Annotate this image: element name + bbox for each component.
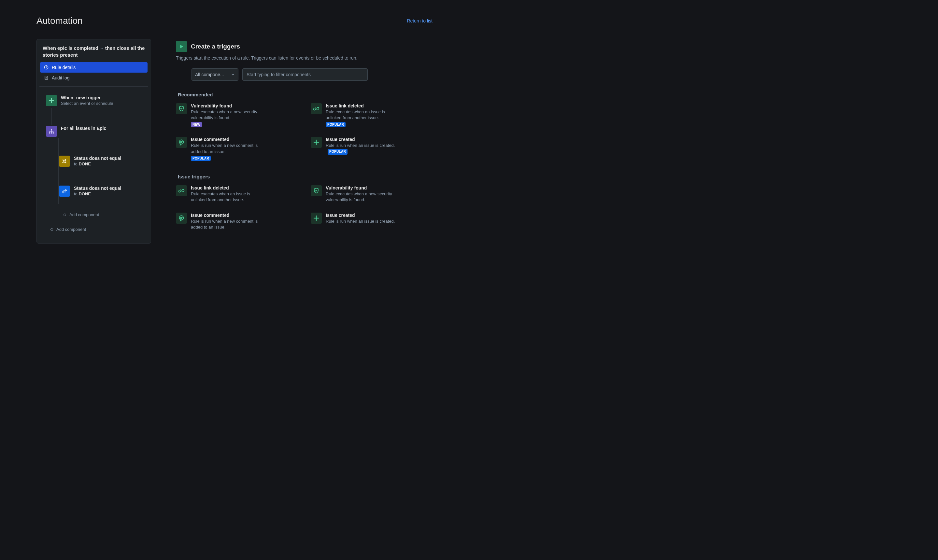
main-title: Create a triggers — [191, 43, 240, 50]
plus-icon — [311, 212, 322, 224]
svg-point-11 — [179, 140, 184, 144]
popular-badge: POPULAR — [326, 122, 345, 127]
node-title: Status does not equal — [74, 155, 121, 161]
svg-rect-1 — [46, 67, 46, 68]
node-sub: Select an event or schedule — [61, 101, 113, 106]
branch-node[interactable]: For all issues in Epic — [46, 125, 148, 138]
info-icon — [44, 65, 49, 70]
divider — [39, 86, 148, 87]
node-sub: to DONE — [74, 162, 121, 166]
svg-rect-9 — [51, 132, 52, 134]
shield-icon — [176, 103, 187, 114]
circle-icon — [63, 214, 66, 216]
popular-badge: POPULAR — [191, 156, 211, 161]
tree-connector — [58, 138, 59, 204]
trigger-vulnerability-found[interactable]: Vulnerability found Rule executes when a… — [176, 103, 298, 127]
trigger-issue-link-deleted[interactable]: Issue link deleted Rule executes when an… — [176, 185, 298, 203]
node-title: Status does not equal — [74, 186, 121, 191]
section-recommended: Recommended — [178, 92, 433, 97]
add-component-button[interactable]: Add component — [59, 212, 148, 217]
trigger-issue-created[interactable]: Issue created Rule is run when an issue … — [311, 212, 433, 230]
component-filter-select[interactable]: All compone... — [191, 68, 239, 81]
nav-label: Rule details — [52, 65, 75, 70]
svg-rect-10 — [53, 132, 54, 134]
transition-icon — [59, 186, 70, 197]
nav-audit-log[interactable]: Audit log — [40, 72, 148, 83]
arrow-right-icon: → — [100, 46, 105, 51]
trigger-issue-created[interactable]: Issue created Rule is run when an issue … — [311, 137, 433, 160]
trigger-desc: Rule executes when a new security vulner… — [326, 191, 397, 203]
comment-icon — [176, 212, 187, 224]
select-value: All compone... — [195, 72, 224, 77]
svg-point-14 — [179, 216, 184, 220]
trigger-title: Issue commented — [191, 137, 262, 142]
add-component-label: Add component — [56, 227, 86, 232]
svg-rect-8 — [49, 132, 51, 134]
trigger-desc: Rule is run when an issue is created. PO… — [326, 143, 397, 154]
trigger-issue-commented[interactable]: Issue commented Rule is run when a new c… — [176, 137, 298, 160]
main-subtitle: Triggers start the execution of a rule. … — [176, 55, 433, 60]
trigger-desc: Rule executes when a new security vulner… — [191, 109, 262, 121]
trigger-vulnerability-found[interactable]: Vulnerability found Rule executes when a… — [311, 185, 433, 203]
trigger-title: Issue created — [326, 212, 395, 218]
plus-icon — [311, 137, 322, 148]
svg-point-2 — [46, 66, 46, 67]
component-filter-input[interactable] — [242, 68, 368, 81]
trigger-desc: Rule is run when an issue is created. — [326, 218, 395, 224]
unlink-icon — [176, 185, 187, 196]
trigger-title: Vulnerability found — [191, 103, 262, 108]
log-icon — [44, 75, 49, 80]
unlink-icon — [311, 103, 322, 114]
section-issue-triggers: Issue triggers — [178, 174, 433, 179]
trigger-issue-commented[interactable]: Issue commented Rule is run when a new c… — [176, 212, 298, 230]
plus-icon — [46, 95, 57, 106]
trigger-title: Issue created — [326, 137, 397, 142]
page-title: Automation — [37, 15, 83, 26]
condition-node[interactable]: Status does not equal to DONE — [59, 154, 148, 168]
play-icon — [176, 41, 187, 52]
shuffle-icon — [59, 155, 70, 167]
trigger-desc: Rule is run when a new comment is added … — [191, 143, 262, 154]
branch-icon — [46, 126, 57, 137]
rule-when-text: When epic is completed — [43, 45, 99, 51]
add-component-label: Add component — [69, 212, 99, 217]
trigger-title: Issue link deleted — [326, 103, 397, 108]
trigger-desc: Rule is run when a new comment is added … — [191, 218, 262, 230]
rule-name: When epic is completed → then close all … — [39, 44, 148, 62]
trigger-issue-link-deleted[interactable]: Issue link deleted Rule executes when an… — [311, 103, 433, 127]
add-component-button[interactable]: Add component — [46, 227, 148, 232]
node-title: When: new trigger — [61, 95, 113, 100]
nav-rule-details[interactable]: Rule details — [40, 62, 148, 72]
shield-icon — [311, 185, 322, 196]
circle-icon — [51, 228, 53, 231]
trigger-desc: Rule executes when an issue is unlinked … — [326, 109, 397, 121]
action-node[interactable]: Status does not equal to DONE — [59, 184, 148, 198]
tree-connector — [51, 108, 52, 125]
trigger-node[interactable]: When: new trigger Select an event or sch… — [46, 94, 148, 108]
trigger-title: Issue link deleted — [191, 185, 262, 191]
svg-rect-7 — [51, 129, 52, 130]
return-to-list-link[interactable]: Return to list — [407, 18, 433, 23]
trigger-title: Vulnerability found — [326, 185, 397, 191]
main-panel: Create a triggers Triggers start the exe… — [176, 39, 433, 243]
chevron-down-icon — [231, 72, 235, 77]
new-badge: NEW — [191, 122, 202, 127]
trigger-title: Issue commented — [191, 212, 262, 218]
trigger-desc: Rule executes when an issue is unlinked … — [191, 191, 262, 203]
node-sub: to DONE — [74, 191, 121, 196]
popular-badge: POPULAR — [328, 149, 348, 155]
rule-sidebar: When epic is completed → then close all … — [37, 39, 151, 243]
nav-label: Audit log — [52, 75, 69, 80]
node-title: For all issues in Epic — [61, 126, 106, 131]
comment-icon — [176, 137, 187, 148]
